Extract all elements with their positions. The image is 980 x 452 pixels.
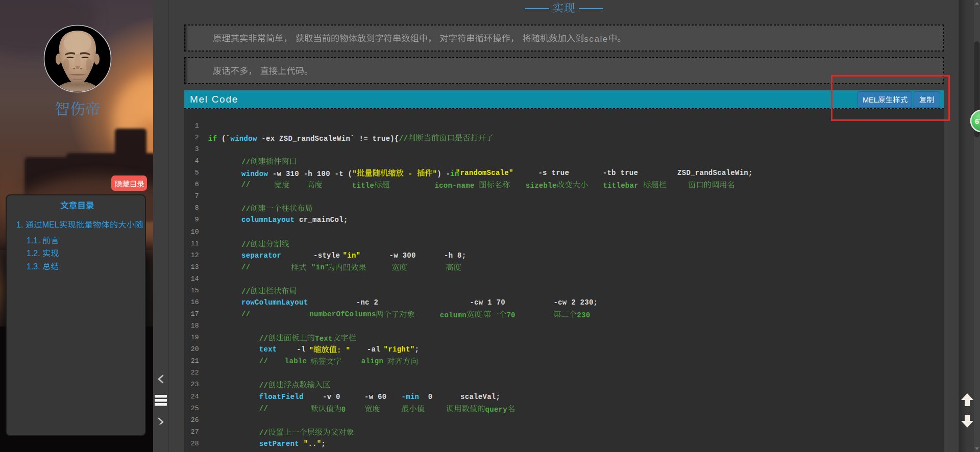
svg-text:673: 673: [975, 117, 980, 125]
